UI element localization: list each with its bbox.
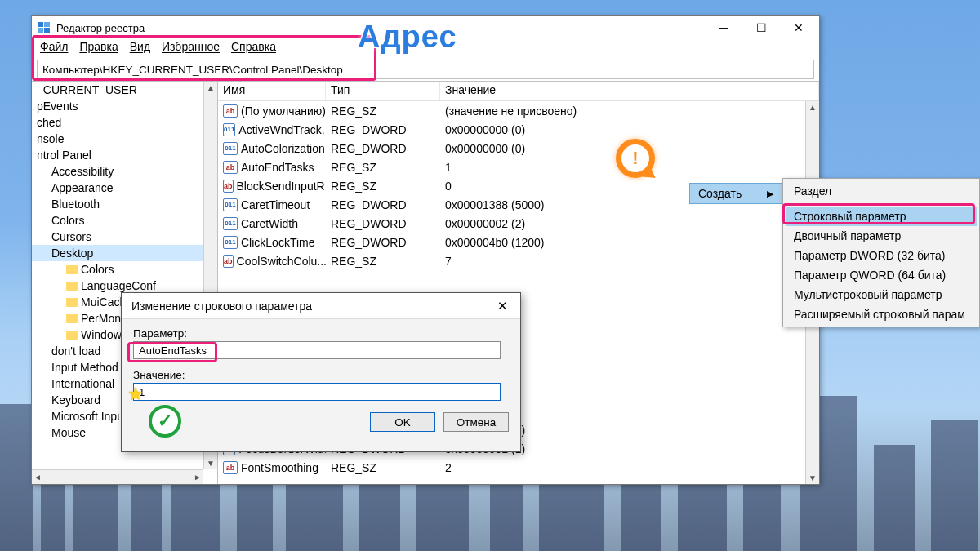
menu-file[interactable]: Файл [40, 40, 68, 58]
dialog-close-button[interactable]: ✕ [491, 296, 514, 316]
col-name[interactable]: Имя [218, 82, 326, 100]
tree-item-label: ntrol Panel [37, 149, 91, 162]
maximize-button[interactable]: ☐ [742, 16, 780, 40]
tree-item[interactable]: Colors [32, 261, 217, 278]
string-value-icon: ab [223, 104, 238, 118]
tree-item[interactable]: _CURRENT_USER [32, 82, 217, 98]
annotation-callout-icon: ! [616, 139, 662, 184]
cell-type: REG_SZ [326, 161, 440, 174]
list-header[interactable]: Имя Тип Значение [218, 82, 819, 101]
cell-name: abAutoEndTasks [218, 161, 326, 174]
tree-item-label: Colors [81, 263, 114, 276]
cell-value: 0x00000002 (2) [440, 217, 819, 230]
tree-item-label: Accessibility [51, 165, 114, 178]
app-icon [37, 20, 51, 35]
tree-item-label: International [51, 377, 114, 390]
cell-type: REG_SZ [326, 255, 440, 268]
tree-item-label: don't load [51, 344, 100, 358]
cell-name: ab(По умолчанию) [218, 104, 326, 118]
value-label: Значение: [133, 369, 509, 381]
folder-icon [66, 331, 78, 340]
menu-edit[interactable]: Правка [79, 40, 118, 58]
cell-type: REG_DWORD [326, 217, 440, 230]
cell-type: REG_SZ [326, 461, 440, 474]
list-row[interactable]: abFontSmoothingREG_SZ2 [218, 458, 819, 477]
cell-type: REG_DWORD [326, 198, 440, 211]
tree-item[interactable]: Colors [32, 212, 217, 229]
cell-type: REG_DWORD [326, 142, 440, 155]
cell-name: 011CaretTimeout [218, 198, 326, 211]
cell-name: 011CaretWidth [218, 217, 326, 230]
cell-value: 7 [440, 255, 819, 268]
address-bar[interactable] [37, 60, 814, 79]
context-menu-item[interactable]: Раздел [786, 181, 977, 201]
ok-button[interactable]: OK [370, 412, 435, 432]
context-menu-item[interactable]: Расширяемый строковый парам [786, 304, 977, 324]
tree-item[interactable]: Desktop [32, 245, 217, 261]
context-parent-new[interactable]: Создать ▶ [689, 183, 782, 204]
list-row[interactable]: abAutoEndTasksREG_SZ1 [218, 158, 819, 176]
cell-value: 2 [440, 461, 819, 474]
svg-rect-2 [38, 28, 43, 33]
tree-item[interactable]: Appearance [32, 180, 217, 196]
context-menu-item[interactable]: Параметр DWORD (32 бита) [786, 246, 977, 265]
cell-type: REG_SZ [326, 180, 440, 193]
list-row[interactable]: 011ClickLockTimeREG_DWORD0x000004b0 (120… [218, 233, 819, 251]
list-row[interactable]: 011CaretWidthREG_DWORD0x00000002 (2) [218, 214, 819, 233]
tree-item-label: Bluetooth [51, 198, 100, 211]
col-value[interactable]: Значение [440, 82, 819, 100]
list-row[interactable]: 011ActiveWndTrack...REG_DWORD0x00000000 … [218, 120, 819, 139]
tree-item-label: nsole [37, 132, 64, 145]
tree-item[interactable]: ched [32, 114, 217, 131]
cell-type: REG_DWORD [326, 123, 440, 136]
param-label: Параметр: [133, 327, 509, 340]
tree-item[interactable]: ntrol Panel [32, 147, 217, 163]
minimize-button[interactable]: ─ [705, 16, 742, 40]
cell-type: REG_DWORD [326, 236, 440, 249]
cell-value: (значение не присвоено) [440, 104, 819, 118]
tree-item[interactable]: nsole [32, 131, 217, 147]
cancel-button[interactable]: Отмена [443, 412, 509, 432]
menu-view[interactable]: Вид [130, 40, 150, 58]
string-value-icon: ab [223, 461, 238, 474]
tree-item-label: Colors [51, 214, 84, 227]
col-type[interactable]: Тип [326, 82, 440, 100]
tree-item[interactable]: Accessibility [32, 163, 217, 180]
value-input[interactable] [133, 383, 501, 401]
svg-rect-1 [44, 22, 50, 27]
context-menu-item[interactable]: Двоичный параметр [786, 226, 977, 246]
menu-help[interactable]: Справка [231, 40, 276, 58]
dialog-title: Изменение строкового параметра [131, 300, 312, 313]
annotation-star-icon: ★ [127, 384, 144, 405]
context-menu-item[interactable]: Строковый параметр [786, 207, 977, 226]
cell-value: 0x000004b0 (1200) [440, 236, 819, 249]
tree-item[interactable]: LanguageConf [32, 278, 217, 294]
tree-item-label: Mouse [51, 426, 86, 439]
tree-hscrollbar[interactable]: ◄► [32, 469, 203, 484]
tree-item-label: Input Method [51, 361, 118, 374]
dword-value-icon: 011 [223, 236, 238, 249]
list-row[interactable] [218, 270, 819, 289]
tree-item-label: ched [37, 116, 61, 129]
tree-item-label: Desktop [51, 247, 93, 260]
tree-item-label: pEvents [37, 100, 78, 113]
close-button[interactable]: ✕ [780, 16, 817, 40]
tree-item[interactable]: Cursors [32, 229, 217, 245]
svg-rect-3 [44, 28, 50, 33]
dword-value-icon: 011 [223, 142, 238, 155]
menu-favorites[interactable]: Избранное [162, 40, 220, 58]
param-name-input[interactable] [133, 341, 501, 359]
tree-item[interactable]: pEvents [32, 98, 217, 114]
context-menu-item[interactable]: Мультистроковый параметр [786, 285, 977, 304]
cell-name: 011AutoColorization [218, 142, 326, 155]
list-row[interactable]: abCoolSwitchColu...REG_SZ7 [218, 251, 819, 270]
svg-rect-0 [38, 22, 43, 27]
tree-item[interactable]: Bluetooth [32, 196, 217, 212]
context-menu-item[interactable]: Параметр QWORD (64 бита) [786, 265, 977, 285]
list-row[interactable]: 011AutoColorizationREG_DWORD0x00000000 (… [218, 139, 819, 158]
cell-name: 011ClickLockTime [218, 236, 326, 249]
cell-name: 011ActiveWndTrack... [218, 123, 326, 136]
list-row[interactable]: ab(По умолчанию)REG_SZ(значение не присв… [218, 101, 819, 120]
cell-name: abBlockSendInputR... [218, 180, 326, 193]
tree-item-label: LanguageConf [81, 279, 156, 292]
